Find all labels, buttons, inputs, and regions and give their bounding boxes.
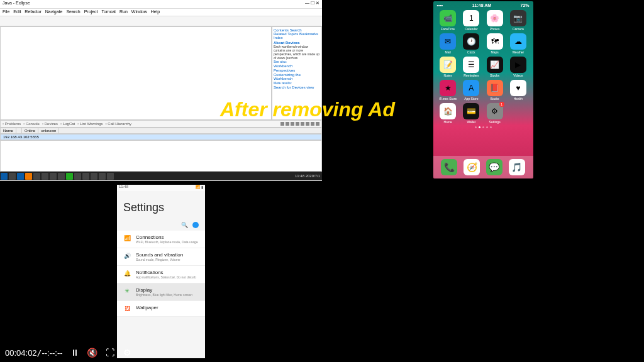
settings-sounds-and-vibration[interactable]: 🔊Sounds and vibrationSound mode, Rington… [117,248,205,266]
books-icon: 📕 [487,80,503,96]
tab-devices[interactable]: ▫ Devices [42,122,58,126]
menu-navigate[interactable]: Navigate [45,9,63,15]
tab-call-hierarchy[interactable]: ▫ Call Hierarchy [106,122,131,126]
tab-console[interactable]: ▫ Console [23,122,40,126]
menu-bar[interactable]: FileEditRefactorNavigateSearchProjectTom… [0,9,322,16]
android-settings-pane: 11:48📶 ▮ Settings 🔍 📶ConnectionsWi-Fi, B… [0,181,322,362]
dock-phone-icon[interactable]: 📞 [441,159,457,175]
tab-lint-warnings[interactable]: ▫ Lint Warnings [77,122,103,126]
help-bookmarks-link[interactable]: Bookmarks [299,32,318,36]
settings-wallpaper[interactable]: 🖼Wallpaper [117,301,205,317]
col-header [16,128,22,133]
dock-messages-icon[interactable]: 💬 [486,159,502,175]
windows-taskbar[interactable]: 11:48 2020/7/1 [0,172,322,180]
itunes-store-icon: ★ [440,80,456,96]
menu-file[interactable]: File [3,9,9,15]
search-icon[interactable]: 🔍 [181,222,187,228]
task-icon[interactable] [42,173,48,180]
camera-icon: 📷 [510,10,526,26]
settings-desc: Brightness, Blue light filter, Home scre… [136,293,199,297]
task-icon[interactable] [17,173,24,180]
dock-music-icon[interactable]: 🎵 [509,159,525,175]
account-icon[interactable] [192,222,199,228]
app-label: Wallet [467,120,476,124]
task-icon[interactable] [66,173,73,180]
page-title: Settings [117,191,205,219]
settings-connections[interactable]: 📶ConnectionsWi-Fi, Bluetooth, Airplane m… [117,231,205,248]
app-home[interactable]: 🏠Home [437,103,459,124]
task-icon[interactable] [33,173,40,180]
settings-desc: Wi-Fi, Bluetooth, Airplane mode, Data us… [136,240,199,244]
menu-run[interactable]: Run [119,9,128,15]
settings-display[interactable]: ☀DisplayBrightness, Blue light filter, H… [117,283,205,301]
menu-search[interactable]: Search [66,9,80,15]
app-label: Maps [491,50,499,54]
help-link[interactable]: Customizing the Workbench [274,73,320,80]
app-mail[interactable]: ✉Mail [437,33,459,54]
app-facetime[interactable]: 📹FaceTime [437,10,459,31]
settings-icon: ☀ [123,287,131,295]
task-icon[interactable] [99,173,106,180]
fullscreen-button[interactable]: ⛶ [104,347,116,358]
mute-button[interactable]: 🔇 [87,347,98,358]
app-clock[interactable]: 🕐Clock [460,33,482,54]
start-button[interactable] [1,173,8,180]
task-icon[interactable] [82,173,89,180]
app-stocks[interactable]: 📈Stocks [484,57,506,77]
help-index-link[interactable]: Index [274,36,283,40]
menu-window[interactable]: Window [131,9,147,15]
wallet-icon: 💳 [463,103,479,119]
page-dots[interactable] [433,126,533,128]
settings-label: Display [136,287,199,293]
app-wallet[interactable]: 💳Wallet [460,103,482,124]
task-icon[interactable] [9,173,16,180]
video-controls[interactable]: 00:04:02/--:--:-- ⏸ 🔇 ⛶ ⚙ [0,343,644,362]
iphone-screen: •••• 11:48 AM 72% 📹FaceTime1Calendar🌸Pho… [433,1,533,178]
app-photos[interactable]: 🌸Photos [484,10,506,31]
app-books[interactable]: 📕Books [484,80,506,101]
task-icon[interactable] [58,173,65,180]
app-health[interactable]: ♥Health [507,80,529,101]
status-bar: 11:48📶 ▮ [117,185,205,191]
settings-icon: 📶 [123,234,131,242]
window-title: Java - Eclipse— ☐ ✕ [0,0,322,9]
settings-icon: 🔊 [123,252,131,260]
menu-tomcat[interactable]: Tomcat [101,9,116,15]
help-link[interactable]: Perspectives [274,69,320,72]
table-row[interactable]: 192.168.43.102:5555 [0,134,322,140]
app-label: Videos [513,74,523,77]
task-icon[interactable] [50,173,57,180]
app-maps[interactable]: 🗺Maps [484,33,506,54]
task-icon[interactable] [25,173,32,180]
task-icon[interactable] [91,173,97,180]
help-link[interactable]: Search for Devices view [274,85,320,89]
app-app-store[interactable]: AApp Store [460,80,482,101]
app-settings[interactable]: ⚙1Settings [484,103,506,124]
menu-help[interactable]: Help [151,9,160,15]
toolbar[interactable] [0,16,322,26]
menu-edit[interactable]: Edit [13,9,21,15]
settings-label: Notifications [136,270,199,275]
tab-problems[interactable]: ▫ Problems [3,122,21,126]
settings-gear-icon[interactable]: ⚙ [122,347,133,358]
task-icon[interactable] [107,173,114,180]
app-itunes-store[interactable]: ★iTunes Store [437,80,459,101]
task-icon[interactable] [74,173,81,180]
clock-icon: 🕐 [463,33,479,50]
app-camera[interactable]: 📷Camera [507,10,529,31]
menu-refactor[interactable]: Refactor [25,9,41,15]
help-link[interactable]: Workbench [274,64,320,68]
settings-notifications[interactable]: 🔔NotificationsApp notifications, Status … [117,266,205,283]
tab-logcat[interactable]: ▫ LogCat [60,122,75,126]
settings-icon: 🖼 [123,305,131,312]
app-reminders[interactable]: ☰Reminders [460,57,482,77]
app-notes[interactable]: 📝Notes [437,57,459,77]
app-calendar[interactable]: 1Calendar [460,10,482,31]
app-videos[interactable]: ▶Videos [507,57,529,77]
pause-button[interactable]: ⏸ [69,347,80,358]
app-weather[interactable]: ☁Weather [507,33,529,54]
settings-label: Sounds and vibration [136,252,199,258]
menu-project[interactable]: Project [84,9,98,15]
overlay-caption: After removing Ad [220,98,395,121]
dock-safari-icon[interactable]: 🧭 [464,159,480,175]
